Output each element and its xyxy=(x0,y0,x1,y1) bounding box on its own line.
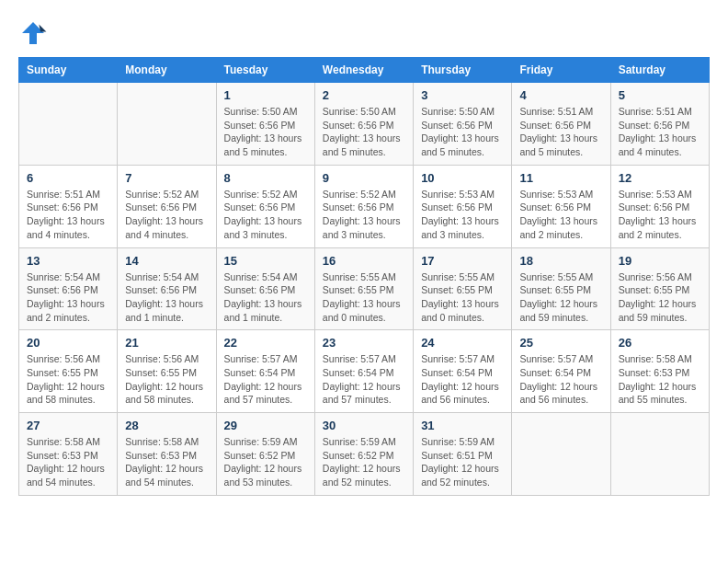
day-info: Sunrise: 5:58 AM Sunset: 6:53 PM Dayligh… xyxy=(125,435,208,489)
calendar-cell: 7Sunrise: 5:52 AM Sunset: 6:56 PM Daylig… xyxy=(118,165,216,247)
day-number: 20 xyxy=(27,336,109,350)
day-number: 14 xyxy=(125,254,208,268)
calendar-cell: 11Sunrise: 5:53 AM Sunset: 6:56 PM Dayli… xyxy=(512,165,610,247)
day-number: 26 xyxy=(619,336,701,350)
calendar-cell: 12Sunrise: 5:53 AM Sunset: 6:56 PM Dayli… xyxy=(610,165,709,247)
calendar-cell: 18Sunrise: 5:55 AM Sunset: 6:55 PM Dayli… xyxy=(512,247,610,330)
calendar-cell: 3Sunrise: 5:50 AM Sunset: 6:56 PM Daylig… xyxy=(414,83,512,166)
header-cell-wednesday: Wednesday xyxy=(314,58,413,83)
day-number: 23 xyxy=(323,336,405,350)
day-info: Sunrise: 5:56 AM Sunset: 6:55 PM Dayligh… xyxy=(619,270,701,325)
calendar-week-1: 6Sunrise: 5:51 AM Sunset: 6:56 PM Daylig… xyxy=(19,165,710,247)
day-number: 5 xyxy=(619,88,701,102)
day-info: Sunrise: 5:52 AM Sunset: 6:56 PM Dayligh… xyxy=(323,188,405,242)
calendar-week-2: 13Sunrise: 5:54 AM Sunset: 6:56 PM Dayli… xyxy=(19,247,710,330)
day-info: Sunrise: 5:56 AM Sunset: 6:55 PM Dayligh… xyxy=(27,352,109,407)
header-cell-friday: Friday xyxy=(512,58,610,83)
calendar-cell: 9Sunrise: 5:52 AM Sunset: 6:56 PM Daylig… xyxy=(314,165,413,247)
day-info: Sunrise: 5:59 AM Sunset: 6:52 PM Dayligh… xyxy=(323,435,405,489)
day-info: Sunrise: 5:54 AM Sunset: 6:56 PM Dayligh… xyxy=(125,270,208,325)
day-info: Sunrise: 5:57 AM Sunset: 6:54 PM Dayligh… xyxy=(224,352,307,407)
calendar-cell: 8Sunrise: 5:52 AM Sunset: 6:56 PM Daylig… xyxy=(216,165,314,247)
day-info: Sunrise: 5:51 AM Sunset: 6:56 PM Dayligh… xyxy=(27,188,109,242)
day-number: 31 xyxy=(421,419,504,432)
day-info: Sunrise: 5:55 AM Sunset: 6:55 PM Dayligh… xyxy=(323,270,405,325)
calendar-cell: 14Sunrise: 5:54 AM Sunset: 6:56 PM Dayli… xyxy=(118,247,216,330)
day-info: Sunrise: 5:53 AM Sunset: 6:56 PM Dayligh… xyxy=(421,188,504,242)
calendar-cell: 22Sunrise: 5:57 AM Sunset: 6:54 PM Dayli… xyxy=(216,330,314,413)
day-number: 22 xyxy=(224,336,307,350)
calendar-cell: 20Sunrise: 5:56 AM Sunset: 6:55 PM Dayli… xyxy=(19,330,118,413)
day-number: 28 xyxy=(125,419,208,432)
day-number: 24 xyxy=(421,336,504,350)
day-number: 10 xyxy=(421,171,504,185)
calendar-cell: 19Sunrise: 5:56 AM Sunset: 6:55 PM Dayli… xyxy=(610,247,709,330)
day-info: Sunrise: 5:51 AM Sunset: 6:56 PM Dayligh… xyxy=(519,105,602,159)
day-info: Sunrise: 5:58 AM Sunset: 6:53 PM Dayligh… xyxy=(27,435,109,489)
day-number: 25 xyxy=(519,336,602,350)
day-info: Sunrise: 5:53 AM Sunset: 6:56 PM Dayligh… xyxy=(619,188,701,242)
day-number: 27 xyxy=(27,419,109,432)
calendar-cell: 24Sunrise: 5:57 AM Sunset: 6:54 PM Dayli… xyxy=(414,330,512,413)
day-info: Sunrise: 5:58 AM Sunset: 6:53 PM Dayligh… xyxy=(619,352,701,407)
day-number: 17 xyxy=(421,254,504,268)
calendar-week-3: 20Sunrise: 5:56 AM Sunset: 6:55 PM Dayli… xyxy=(19,330,710,413)
calendar-cell: 30Sunrise: 5:59 AM Sunset: 6:52 PM Dayli… xyxy=(314,413,413,496)
day-number: 7 xyxy=(125,171,208,185)
calendar-cell: 29Sunrise: 5:59 AM Sunset: 6:52 PM Dayli… xyxy=(216,413,314,496)
day-number: 9 xyxy=(323,171,405,185)
day-number: 15 xyxy=(224,254,307,268)
day-number: 6 xyxy=(27,171,109,185)
calendar-cell: 26Sunrise: 5:58 AM Sunset: 6:53 PM Dayli… xyxy=(610,330,709,413)
day-number: 29 xyxy=(224,419,307,432)
day-number: 21 xyxy=(125,336,208,350)
calendar-header: SundayMondayTuesdayWednesdayThursdayFrid… xyxy=(19,58,710,83)
day-number: 13 xyxy=(27,254,109,268)
day-number: 18 xyxy=(519,254,602,268)
day-number: 2 xyxy=(323,88,405,102)
day-number: 4 xyxy=(519,88,602,102)
calendar-table: SundayMondayTuesdayWednesdayThursdayFrid… xyxy=(18,57,710,496)
header-cell-saturday: Saturday xyxy=(610,58,709,83)
day-info: Sunrise: 5:50 AM Sunset: 6:56 PM Dayligh… xyxy=(224,105,307,159)
calendar-cell: 17Sunrise: 5:55 AM Sunset: 6:55 PM Dayli… xyxy=(414,247,512,330)
day-number: 8 xyxy=(224,171,307,185)
logo xyxy=(18,18,51,48)
calendar-week-4: 27Sunrise: 5:58 AM Sunset: 6:53 PM Dayli… xyxy=(19,413,710,496)
header-cell-monday: Monday xyxy=(118,58,216,83)
calendar-cell: 16Sunrise: 5:55 AM Sunset: 6:55 PM Dayli… xyxy=(314,247,413,330)
day-number: 11 xyxy=(519,171,602,185)
calendar-cell: 6Sunrise: 5:51 AM Sunset: 6:56 PM Daylig… xyxy=(19,165,118,247)
calendar-cell: 21Sunrise: 5:56 AM Sunset: 6:55 PM Dayli… xyxy=(118,330,216,413)
calendar-cell: 31Sunrise: 5:59 AM Sunset: 6:51 PM Dayli… xyxy=(414,413,512,496)
svg-marker-0 xyxy=(22,22,44,44)
page-header xyxy=(18,18,710,48)
day-info: Sunrise: 5:56 AM Sunset: 6:55 PM Dayligh… xyxy=(125,352,208,407)
header-cell-thursday: Thursday xyxy=(414,58,512,83)
calendar-week-0: 1Sunrise: 5:50 AM Sunset: 6:56 PM Daylig… xyxy=(19,83,710,166)
calendar-cell: 10Sunrise: 5:53 AM Sunset: 6:56 PM Dayli… xyxy=(414,165,512,247)
calendar-cell: 1Sunrise: 5:50 AM Sunset: 6:56 PM Daylig… xyxy=(216,83,314,166)
calendar-cell: 4Sunrise: 5:51 AM Sunset: 6:56 PM Daylig… xyxy=(512,83,610,166)
day-number: 30 xyxy=(323,419,405,432)
calendar-cell: 28Sunrise: 5:58 AM Sunset: 6:53 PM Dayli… xyxy=(118,413,216,496)
calendar-body: 1Sunrise: 5:50 AM Sunset: 6:56 PM Daylig… xyxy=(19,83,710,496)
day-info: Sunrise: 5:52 AM Sunset: 6:56 PM Dayligh… xyxy=(125,188,208,242)
header-row: SundayMondayTuesdayWednesdayThursdayFrid… xyxy=(19,58,710,83)
calendar-cell: 15Sunrise: 5:54 AM Sunset: 6:56 PM Dayli… xyxy=(216,247,314,330)
day-number: 16 xyxy=(323,254,405,268)
day-info: Sunrise: 5:50 AM Sunset: 6:56 PM Dayligh… xyxy=(421,105,504,159)
calendar-cell xyxy=(512,413,610,496)
day-info: Sunrise: 5:59 AM Sunset: 6:52 PM Dayligh… xyxy=(224,435,307,489)
calendar-cell xyxy=(118,83,216,166)
calendar-cell: 13Sunrise: 5:54 AM Sunset: 6:56 PM Dayli… xyxy=(19,247,118,330)
calendar-cell: 25Sunrise: 5:57 AM Sunset: 6:54 PM Dayli… xyxy=(512,330,610,413)
day-info: Sunrise: 5:59 AM Sunset: 6:51 PM Dayligh… xyxy=(421,435,504,489)
header-cell-sunday: Sunday xyxy=(19,58,118,83)
calendar-cell: 2Sunrise: 5:50 AM Sunset: 6:56 PM Daylig… xyxy=(314,83,413,166)
day-number: 3 xyxy=(421,88,504,102)
calendar-cell: 23Sunrise: 5:57 AM Sunset: 6:54 PM Dayli… xyxy=(314,330,413,413)
day-info: Sunrise: 5:54 AM Sunset: 6:56 PM Dayligh… xyxy=(224,270,307,325)
day-info: Sunrise: 5:51 AM Sunset: 6:56 PM Dayligh… xyxy=(619,105,701,159)
calendar-cell xyxy=(19,83,118,166)
